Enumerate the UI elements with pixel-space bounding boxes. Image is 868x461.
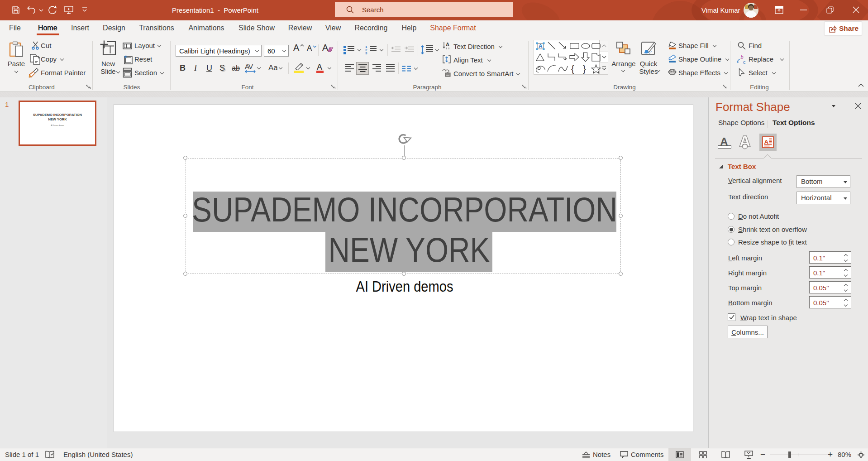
- svg-text:A: A: [764, 139, 769, 145]
- svg-text:A: A: [446, 42, 449, 47]
- svg-text:A: A: [539, 43, 543, 49]
- svg-text:c: c: [743, 59, 746, 64]
